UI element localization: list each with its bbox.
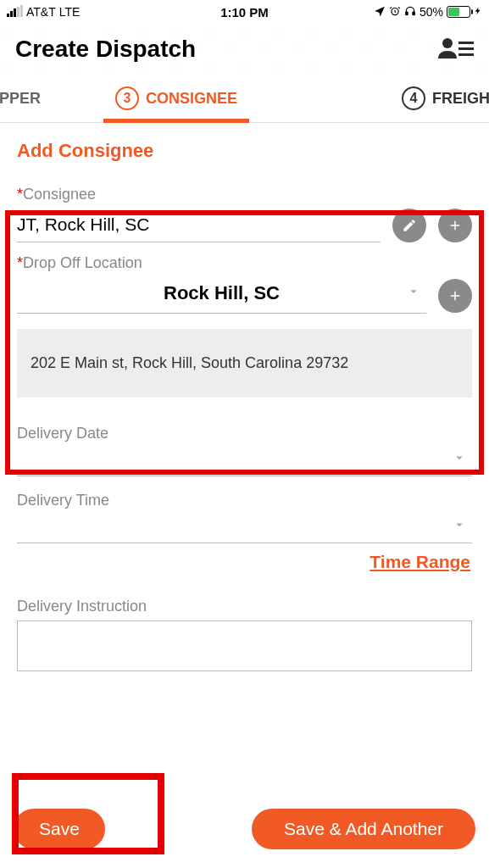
save-button[interactable]: Save [14, 809, 105, 849]
delivery-instruction-label: Delivery Instruction [17, 598, 472, 615]
save-add-another-button[interactable]: Save & Add Another [252, 809, 475, 849]
svg-rect-4 [458, 42, 474, 44]
selected-address: 202 E Main st, Rock Hill, South Carolina… [17, 329, 472, 398]
required-mark: * [17, 186, 23, 203]
delivery-date-select[interactable] [17, 442, 472, 476]
delivery-time-label: Delivery Time [17, 492, 472, 509]
plus-icon [447, 288, 463, 303]
required-mark: * [17, 254, 23, 271]
svg-rect-1 [406, 12, 408, 15]
section-title: Add Consignee [0, 123, 489, 177]
delivery-time-select[interactable] [17, 509, 472, 543]
tab-freight[interactable]: 4 FREIGHT D [390, 76, 489, 122]
tab-step-number: 4 [402, 86, 425, 110]
tab-label: CONSIGNEE [146, 90, 237, 108]
status-left: AT&T LTE [7, 5, 80, 19]
time-range-link[interactable]: Time Range [17, 552, 472, 572]
tab-consignee[interactable]: 3 CONSIGNEE [103, 76, 249, 122]
network-label: LTE [59, 5, 81, 19]
headphones-icon [404, 5, 416, 19]
consignee-form: *Consignee *Drop Off Location Rock Hill,… [0, 177, 489, 671]
chevron-down-icon [406, 284, 421, 303]
tab-step-number: 3 [115, 86, 139, 110]
footer-actions: Save Save & Add Another [0, 797, 489, 868]
wizard-tabs: IPPER 3 CONSIGNEE 4 FREIGHT D [0, 76, 489, 123]
svg-rect-5 [458, 47, 474, 50]
status-right: 50% [374, 5, 482, 19]
consignee-input[interactable] [17, 209, 381, 242]
svg-rect-2 [413, 12, 414, 15]
add-consignee-button[interactable] [438, 209, 472, 242]
alarm-icon [389, 5, 401, 19]
dropoff-value: Rock Hill, SC [164, 282, 280, 304]
tab-label: FREIGHT D [432, 90, 489, 108]
page-header: Create Dispatch [0, 24, 489, 76]
consignee-label: *Consignee [17, 186, 472, 203]
charging-icon [474, 5, 482, 19]
page-title: Create Dispatch [15, 36, 196, 63]
add-location-button[interactable] [438, 279, 472, 313]
svg-rect-6 [458, 53, 474, 56]
status-time: 1:10 PM [220, 5, 269, 19]
delivery-date-label: Delivery Date [17, 425, 472, 442]
dropoff-label: *Drop Off Location [17, 254, 472, 272]
carrier-label: AT&T [26, 5, 56, 19]
signal-icon [7, 7, 23, 17]
tab-shipper[interactable]: IPPER [0, 76, 53, 122]
chevron-down-icon [452, 450, 467, 469]
battery-icon [447, 6, 470, 18]
svg-point-3 [442, 38, 453, 48]
delivery-instruction-input[interactable] [17, 620, 472, 671]
chevron-down-icon [452, 517, 467, 536]
edit-consignee-button[interactable] [392, 209, 426, 242]
status-bar: AT&T LTE 1:10 PM 50% [0, 0, 489, 24]
plus-icon [447, 218, 463, 233]
account-menu-icon[interactable] [436, 36, 474, 62]
location-icon [374, 5, 386, 19]
dropoff-select[interactable]: Rock Hill, SC [17, 277, 426, 314]
battery-pct: 50% [420, 5, 443, 19]
pencil-icon [402, 218, 417, 233]
tab-label: IPPER [0, 90, 41, 108]
